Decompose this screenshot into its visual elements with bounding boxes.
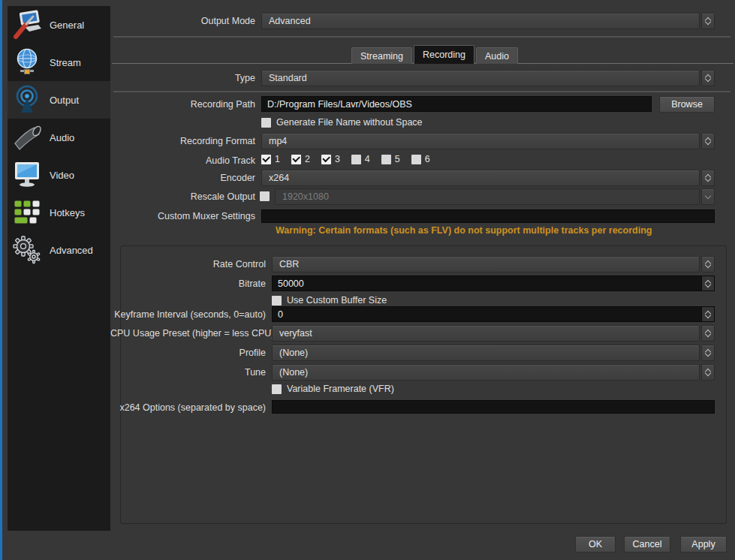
checkbox-label: Generate File Name without Space <box>276 117 423 128</box>
profile-spinner[interactable] <box>701 345 715 361</box>
tab-streaming[interactable]: Streaming <box>351 47 412 64</box>
recording-path-input[interactable]: D:/Program Files/Lavr/Videos/OBS <box>261 96 652 112</box>
checkbox-unchecked-icon <box>260 191 270 201</box>
generate-file-name-checkbox[interactable]: Generate File Name without Space <box>261 117 423 128</box>
settings-content: Output Mode Advanced Streaming Recording… <box>110 0 735 560</box>
audio-track-1[interactable]: 1 <box>261 154 280 164</box>
tab-label: Audio <box>485 51 509 62</box>
hotkeys-icon <box>11 197 43 228</box>
sidebar-item-advanced[interactable]: Advanced <box>8 231 110 269</box>
track-number: 2 <box>305 154 310 164</box>
sidebar-item-hotkeys[interactable]: Hotkeys <box>8 194 110 231</box>
encoder-select[interactable]: x264 <box>261 170 715 186</box>
recording-format-value: mp4 <box>261 133 700 149</box>
cpu-preset-label: CPU Usage Preset (higher = less CPU) <box>110 328 266 339</box>
format-warning-text: Warning: Certain formats (such as FLV) d… <box>276 225 652 236</box>
sidebar-item-stream[interactable]: Stream <box>8 44 110 81</box>
vfr-checkbox[interactable]: Variable Framerate (VFR) <box>272 384 394 394</box>
general-icon <box>11 9 43 41</box>
checkbox-label: Use Custom Buffer Size <box>287 295 387 306</box>
output-mode-label: Output Mode <box>110 16 255 26</box>
type-spinner[interactable] <box>701 70 715 86</box>
sidebar-item-label: Video <box>50 170 74 181</box>
tune-select[interactable]: (None) <box>272 364 715 381</box>
sidebar-item-label: Output <box>50 95 79 106</box>
bitrate-label: Bitrate <box>110 278 266 289</box>
checkbox-checked-icon <box>291 155 301 164</box>
checkbox-unchecked-icon <box>381 155 391 164</box>
tune-spinner[interactable] <box>701 364 715 381</box>
settings-sidebar: General Stream Output Audio <box>8 6 110 531</box>
audio-icon <box>11 122 43 153</box>
rescale-resolution-spinner <box>701 188 715 205</box>
rescale-output-checkbox[interactable] <box>260 191 270 201</box>
checkbox-unchecked-icon <box>411 155 421 164</box>
keyframe-interval-value: 0 <box>273 307 701 321</box>
checkbox-unchecked-icon <box>272 296 282 306</box>
sidebar-item-label: Stream <box>50 57 81 68</box>
sidebar-item-general[interactable]: General <box>8 6 110 44</box>
output-mode-value: Advanced <box>261 13 700 29</box>
recording-format-select[interactable]: mp4 <box>261 133 715 149</box>
checkbox-unchecked-icon <box>272 384 282 394</box>
tab-recording[interactable]: Recording <box>414 45 474 64</box>
sidebar-item-video[interactable]: Video <box>8 156 110 194</box>
browse-button[interactable]: Browse <box>659 96 715 113</box>
audio-track-2[interactable]: 2 <box>291 154 310 164</box>
cpu-preset-value: veryfast <box>272 325 700 342</box>
tune-label: Tune <box>110 367 266 378</box>
output-mode-spinner[interactable] <box>701 13 715 29</box>
stream-icon <box>11 47 43 78</box>
tune-value: (None) <box>272 364 700 381</box>
audio-track-4[interactable]: 4 <box>351 154 370 164</box>
tab-audio[interactable]: Audio <box>476 47 518 64</box>
cpu-preset-select[interactable]: veryfast <box>272 325 715 342</box>
rate-control-spinner[interactable] <box>701 256 715 272</box>
recording-format-spinner[interactable] <box>701 133 715 149</box>
type-value: Standard <box>261 70 700 86</box>
rate-control-label: Rate Control <box>110 259 266 269</box>
track-number: 5 <box>395 154 400 164</box>
cpu-preset-spinner[interactable] <box>701 325 715 342</box>
x264-options-label: x264 Options (separated by space) <box>110 402 266 413</box>
profile-select[interactable]: (None) <box>272 345 715 361</box>
section-divider <box>113 91 730 92</box>
output-icon <box>11 84 43 116</box>
keyframe-interval-spinbox[interactable]: 0 <box>272 306 715 322</box>
audio-track-checkboxes: 1 2 3 4 5 6 <box>261 154 441 164</box>
rate-control-value: CBR <box>272 256 700 272</box>
checkbox-unchecked-icon <box>351 155 361 164</box>
custom-muxer-input[interactable] <box>261 209 715 223</box>
track-number: 4 <box>365 154 370 164</box>
bitrate-spinbox[interactable]: 50000 <box>272 275 715 291</box>
keyframe-interval-spinner[interactable] <box>701 307 714 321</box>
custom-muxer-label: Custom Muxer Settings <box>110 211 255 221</box>
custom-buffer-checkbox[interactable]: Use Custom Buffer Size <box>272 295 387 306</box>
encoder-spinner[interactable] <box>701 170 715 186</box>
checkbox-label: Variable Framerate (VFR) <box>287 384 394 394</box>
checkbox-checked-icon <box>321 155 331 164</box>
apply-button[interactable]: Apply <box>680 536 727 552</box>
sidebar-item-audio[interactable]: Audio <box>8 119 110 156</box>
audio-track-5[interactable]: 5 <box>381 154 400 164</box>
type-select[interactable]: Standard <box>261 70 715 86</box>
profile-value: (None) <box>272 345 700 361</box>
x264-options-input[interactable] <box>272 400 715 414</box>
tab-label: Streaming <box>360 51 403 62</box>
checkbox-unchecked-icon <box>261 118 271 128</box>
sidebar-item-label: Advanced <box>50 245 93 256</box>
sidebar-item-label: General <box>50 20 84 31</box>
chevron-down-icon <box>705 192 711 198</box>
rescale-resolution-value: 1920x1080 <box>275 188 700 205</box>
audio-track-3[interactable]: 3 <box>321 154 340 164</box>
ok-button[interactable]: OK <box>575 536 616 552</box>
output-tabbar: Streaming Recording Audio <box>351 45 518 64</box>
cancel-button[interactable]: Cancel <box>624 536 670 552</box>
output-mode-select[interactable]: Advanced <box>261 13 715 29</box>
audio-track-6[interactable]: 6 <box>411 154 430 164</box>
sidebar-item-output[interactable]: Output <box>8 81 110 119</box>
bitrate-spinner[interactable] <box>701 276 714 291</box>
rate-control-select[interactable]: CBR <box>272 256 715 272</box>
section-divider <box>113 36 730 38</box>
track-number: 1 <box>275 154 280 164</box>
